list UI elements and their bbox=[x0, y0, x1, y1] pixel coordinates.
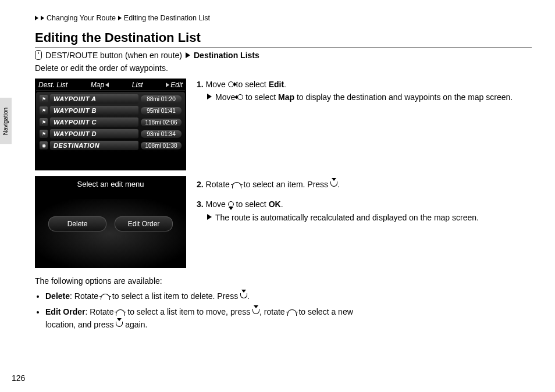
rotate-dial-icon bbox=[232, 182, 241, 188]
target-icon: ◉ bbox=[40, 141, 48, 149]
manual-page: Changing Your Route Editing the Destinat… bbox=[0, 0, 555, 347]
press-down-icon bbox=[330, 181, 337, 187]
waypoint-distance: 88mi 01:20 bbox=[141, 95, 182, 103]
option-edit-order: Edit Order: Rotate to select a list item… bbox=[45, 306, 361, 331]
intro-text: Delete or edit the order of waypoints. bbox=[35, 63, 532, 73]
waypoint-name: WAYPOINT A bbox=[50, 94, 138, 104]
rotate-dial-icon bbox=[101, 294, 110, 300]
nav-path-end: Destination Lists bbox=[194, 51, 259, 60]
triangle-right-icon bbox=[207, 214, 212, 220]
waypoint-row: ⚑ WAYPOINT C 118mi 02:06 bbox=[40, 117, 182, 127]
step-2: 2. Rotate to select an item. Press . bbox=[197, 179, 532, 190]
press-down-icon bbox=[252, 309, 259, 314]
triangle-right-icon bbox=[207, 94, 212, 99]
waypoint-distance: 95mi 01:41 bbox=[141, 107, 182, 115]
flag-icon: ⚑ bbox=[40, 130, 48, 138]
flag-icon: ⚑ bbox=[40, 106, 48, 115]
press-down-icon bbox=[240, 293, 247, 298]
option-delete: Delete: Rotate to select a list item to … bbox=[45, 290, 361, 303]
waypoint-distance: 108mi 01:38 bbox=[141, 142, 182, 149]
delete-option: Delete bbox=[48, 216, 106, 231]
options-lead: The following options are available: bbox=[35, 275, 361, 288]
chevron-right-icon bbox=[118, 16, 122, 20]
press-down-icon bbox=[116, 322, 123, 327]
tab-edit: Edit bbox=[166, 81, 183, 89]
breadcrumb-item: Editing the Destination List bbox=[124, 14, 210, 22]
nav-path-button: DEST/ROUTE button (when en route) bbox=[45, 51, 182, 60]
page-number: 126 bbox=[12, 373, 25, 383]
chevron-right-icon bbox=[35, 16, 38, 20]
waypoint-name: DESTINATION bbox=[50, 141, 138, 150]
flag-icon: ⚑ bbox=[40, 118, 48, 126]
screenshot-edit-menu: Select an edit menu Delete Edit Order bbox=[35, 176, 186, 268]
chevron-right-icon bbox=[186, 52, 190, 58]
edit-order-option: Edit Order bbox=[115, 216, 173, 231]
move-left-icon bbox=[237, 94, 243, 100]
waypoint-name: WAYPOINT B bbox=[50, 106, 138, 115]
tab-map: Map bbox=[91, 81, 109, 89]
waypoint-row: ⚑ WAYPOINT A 88mi 01:20 bbox=[40, 94, 182, 104]
nav-path: DEST/ROUTE button (when en route) Destin… bbox=[35, 50, 532, 60]
options-section: The following options are available: Del… bbox=[35, 275, 361, 332]
breadcrumb-item: Changing Your Route bbox=[47, 14, 116, 22]
screen-title: Select an edit menu bbox=[35, 176, 186, 199]
waypoint-name: WAYPOINT C bbox=[50, 117, 138, 127]
waypoint-row: ◉ DESTINATION 108mi 01:38 bbox=[40, 141, 182, 150]
selector-icon bbox=[35, 50, 42, 60]
rotate-dial-icon bbox=[287, 309, 297, 316]
move-right-icon bbox=[228, 81, 234, 87]
triangle-left-icon bbox=[105, 83, 109, 87]
waypoint-row: ⚑ WAYPOINT B 95mi 01:41 bbox=[40, 106, 182, 115]
breadcrumb: Changing Your Route Editing the Destinat… bbox=[35, 14, 532, 22]
waypoint-name: WAYPOINT D bbox=[50, 129, 138, 138]
waypoint-distance: 118mi 02:06 bbox=[141, 119, 182, 126]
move-down-icon bbox=[228, 201, 234, 207]
step-1: 1. Move to select Edit. Move to select M… bbox=[197, 79, 532, 170]
page-title: Editing the Destination List bbox=[35, 30, 532, 48]
tab-list: List bbox=[132, 81, 143, 89]
screen-title: Dest. List bbox=[38, 81, 67, 89]
side-tab-navigation: Navigation bbox=[0, 98, 12, 144]
triangle-right-icon bbox=[166, 83, 169, 87]
waypoint-row: ⚑ WAYPOINT D 93mi 01:34 bbox=[40, 129, 182, 138]
flag-icon: ⚑ bbox=[40, 95, 48, 103]
chevron-right-icon bbox=[41, 16, 44, 20]
step-3: 3. Move to select OK. The route is autom… bbox=[197, 198, 532, 223]
screenshot-dest-list: Dest. List Map List Edit ⚑ WAYPOINT A 88… bbox=[35, 79, 186, 170]
rotate-dial-icon bbox=[116, 309, 125, 316]
waypoint-distance: 93mi 01:34 bbox=[141, 130, 182, 138]
